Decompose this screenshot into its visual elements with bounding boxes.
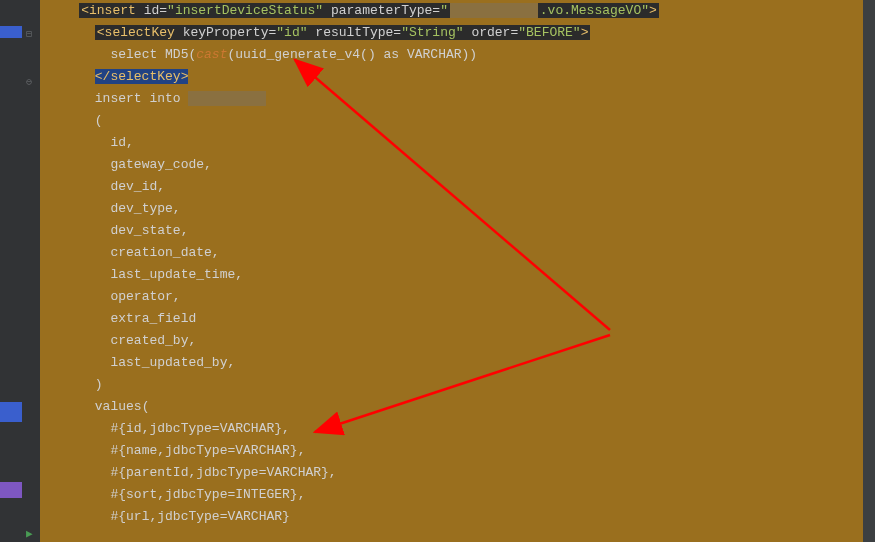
code-editor[interactable]: <insert id="insertDeviceStatus" paramete…: [40, 0, 875, 542]
fold-icon[interactable]: ⊟: [26, 28, 32, 40]
code-line: #{url,jdbcType=VARCHAR}: [40, 506, 875, 528]
code-line: id,: [40, 132, 875, 154]
code-line: gateway_code,: [40, 154, 875, 176]
code-line: last_updated_by,: [40, 352, 875, 374]
code-line: <selectKey keyProperty="id" resultType="…: [40, 22, 875, 44]
vertical-scrollbar[interactable]: [863, 0, 875, 542]
marker-gutter: [0, 0, 22, 542]
code-line: insert into: [40, 88, 875, 110]
code-line: last_update_time,: [40, 264, 875, 286]
code-line: dev_state,: [40, 220, 875, 242]
code-line: #{id,jdbcType=VARCHAR},: [40, 418, 875, 440]
change-marker: [0, 26, 22, 38]
change-marker: [0, 402, 22, 422]
code-line: dev_id,: [40, 176, 875, 198]
fold-icon[interactable]: ⊖: [26, 76, 32, 88]
code-line: created_by,: [40, 330, 875, 352]
code-line: dev_type,: [40, 198, 875, 220]
code-line: extra_field: [40, 308, 875, 330]
fold-gutter: ⊟ ⊖ ▶: [22, 0, 40, 542]
run-icon[interactable]: ▶: [26, 527, 33, 540]
code-line: #{parentId,jdbcType=VARCHAR},: [40, 462, 875, 484]
code-line: ): [40, 374, 875, 396]
code-line: values(: [40, 396, 875, 418]
code-line: #{name,jdbcType=VARCHAR},: [40, 440, 875, 462]
code-line: <insert id="insertDeviceStatus" paramete…: [40, 0, 875, 22]
code-line: select MD5(cast(uuid_generate_v4() as VA…: [40, 44, 875, 66]
change-marker: [0, 482, 22, 498]
code-line: </selectKey>: [40, 66, 875, 88]
code-line: #{sort,jdbcType=INTEGER},: [40, 484, 875, 506]
code-line: (: [40, 110, 875, 132]
code-line: operator,: [40, 286, 875, 308]
code-line: creation_date,: [40, 242, 875, 264]
